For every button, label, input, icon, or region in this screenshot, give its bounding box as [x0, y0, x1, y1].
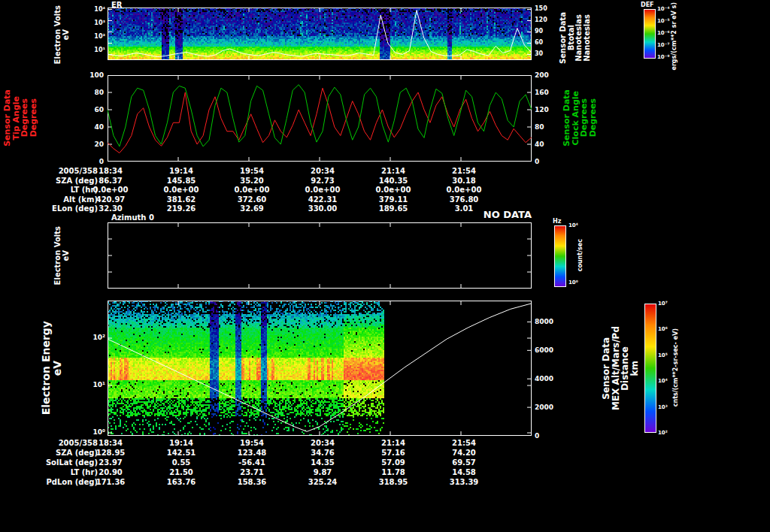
table-cell-value: 20.90 — [80, 468, 141, 476]
table-cell-value: 381.62 — [151, 195, 211, 204]
table-cell-value: 9.87 — [293, 468, 353, 476]
angles-plot-canvas — [108, 75, 532, 162]
table-cell-value: -56.41 — [222, 458, 282, 467]
tick-label: 160 — [535, 89, 560, 96]
tick-label: 90 — [535, 28, 557, 35]
table-cell-value: 420.97 — [80, 195, 141, 204]
table-time-value: 19:54 — [222, 439, 282, 447]
table-cell-value: 163.76 — [151, 478, 211, 486]
table-cell-value: 422.31 — [293, 195, 353, 204]
axis-label-line: Degrees — [589, 98, 598, 137]
tick-label: 100 — [78, 71, 104, 79]
table-time-value: 18:34 — [80, 167, 141, 175]
table-cell-value: 0.0e+00 — [363, 186, 423, 194]
axis-label-line: Nanoteslas — [584, 14, 592, 62]
table-time-value: 21:54 — [434, 439, 494, 447]
tick-label: 40 — [78, 123, 104, 131]
table-cell-value: 23.71 — [222, 468, 282, 476]
table-cell-value: 145.85 — [151, 177, 211, 185]
axis-label-line: count/sec — [578, 239, 584, 271]
panel1-ylabel: Electron VoltseV — [54, 6, 70, 63]
table-cell-value: 372.60 — [222, 195, 282, 204]
no-data-label: NO DATA — [451, 209, 532, 220]
panel4-ylabel: Electron EnergyeV — [41, 301, 62, 436]
colorbar3-title: Hz — [553, 218, 561, 225]
table-cell-value: 325.24 — [293, 478, 353, 486]
tick-label: 60 — [535, 39, 557, 46]
tick-label: 120 — [535, 17, 557, 23]
axis-label-line: Sensor Data — [602, 337, 611, 400]
er-spectrogram-canvas — [108, 8, 532, 60]
tick-label: 150 — [535, 5, 557, 12]
plot-page: ER Electron VoltseV 10⁴10³10²10¹ 1501209… — [0, 0, 770, 532]
table-time-value: 21:14 — [363, 167, 423, 175]
axis-label-line: ergs/(cm**2 sr eV s) — [671, 2, 678, 71]
table-time-value: 19:14 — [151, 167, 211, 175]
table-cell-value: 313.39 — [434, 478, 494, 486]
colorbar4-units: cnts/(cm**2-sr-sec- eV) — [673, 299, 679, 436]
axis-label-line: Degrees — [29, 98, 38, 137]
colorbar4 — [644, 304, 656, 433]
tick-label: 8000 — [535, 318, 565, 325]
table-cell-value: 0.0e+00 — [80, 186, 141, 194]
table-time-value: 18:34 — [80, 439, 141, 447]
tick-label: 80 — [535, 123, 560, 131]
table-time-value: 19:54 — [222, 167, 282, 175]
axis-label-line: Electron Volts — [54, 5, 62, 64]
table-cell-value: 21.50 — [151, 468, 211, 476]
colorbar1 — [644, 9, 656, 59]
table-cell-value: 158.36 — [222, 478, 282, 486]
tick-label: 6000 — [535, 346, 565, 354]
tick-label: 10² — [78, 33, 105, 40]
electron-energy-spectrogram-canvas — [108, 301, 532, 436]
colorbar1-title: DEF — [641, 2, 654, 8]
table-cell-value: 330.00 — [293, 204, 353, 213]
tick-label: 2000 — [535, 404, 565, 411]
axis-label-line: eV — [62, 250, 71, 261]
axis-label-line: km — [630, 361, 640, 376]
axis-label-line: eV — [52, 361, 63, 376]
tick-label: 10² — [78, 334, 105, 341]
table-cell-value: 171.36 — [80, 478, 141, 486]
table-cell-value: 32.30 — [80, 204, 141, 213]
axis-label-line: Sensor Data — [3, 89, 12, 147]
table-cell-value: 14.58 — [434, 468, 494, 476]
panel1-right-label: Sensor DataBtotalNanoteslasNanoteslas — [559, 3, 591, 72]
axis-label-line: cnts/(cm**2-sr-sec- eV) — [673, 328, 679, 407]
colorbar1-units: ergs/(cm**2 sr eV s) — [671, 2, 678, 71]
table-cell-value: 34.76 — [293, 449, 353, 457]
panel3-title: Azimuth 0 — [111, 213, 154, 222]
axis-label-line: Electron Energy — [41, 321, 52, 415]
table-cell-value: 11.78 — [363, 468, 423, 476]
tick-label: 4000 — [535, 375, 565, 382]
axis-label-line: Sensor Data — [562, 89, 571, 147]
table-cell-value: 23.97 — [80, 458, 141, 467]
axis-label-line: Nanoteslas — [575, 14, 584, 62]
tick-label: 40 — [535, 141, 560, 148]
table-time-value: 19:14 — [151, 439, 211, 447]
panel2-right-label: Sensor DataClock AngleDegreesDegrees — [562, 72, 597, 164]
axis-label-line: eV — [62, 29, 71, 41]
table-cell-value: 69.57 — [434, 458, 494, 467]
tick-label: 20 — [78, 141, 104, 148]
tick-label: 0 — [535, 158, 560, 165]
table-cell-value: 376.80 — [434, 195, 494, 204]
tick-label: 10⁰ — [78, 428, 105, 436]
table-cell-value: 14.35 — [293, 458, 353, 467]
table-cell-value: 86.37 — [80, 177, 141, 185]
panel2-left-label: Sensor DataTip AngleDegreesDegrees — [3, 72, 38, 164]
table-cell-value: 74.20 — [434, 449, 494, 457]
tick-label: 0 — [78, 158, 104, 165]
table-cell-value: 30.18 — [434, 177, 494, 185]
axis-label-line: Degrees — [580, 98, 589, 137]
tick-label: 10¹ — [78, 381, 105, 388]
azimuth-plot-canvas — [108, 222, 532, 289]
colorbar3 — [554, 225, 566, 287]
table-cell-value: 0.0e+00 — [222, 186, 282, 194]
table-cell-value: 318.95 — [363, 478, 423, 486]
axis-label-line: Electron Volts — [54, 226, 62, 285]
table-cell-value: 189.65 — [363, 204, 423, 213]
table-cell-value: 35.20 — [222, 177, 282, 185]
table-cell-value: 123.48 — [222, 449, 282, 457]
table-cell-value: 128.95 — [80, 449, 141, 457]
